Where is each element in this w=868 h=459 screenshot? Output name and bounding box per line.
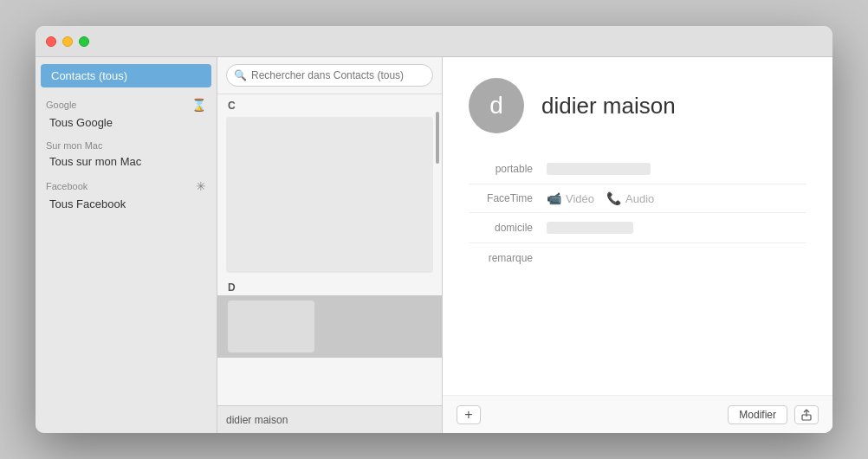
scrollbar-thumb — [436, 112, 439, 164]
contact-item-didier-maison[interactable] — [217, 295, 442, 358]
main-content: Contacts (tous) Google ⌛ Tous Google Sur… — [36, 57, 832, 433]
sidebar-item-tous-google[interactable]: Tous Google — [46, 113, 206, 132]
minimize-button[interactable] — [62, 36, 73, 47]
facetime-video-btn[interactable]: 📹 Vidéo — [547, 191, 594, 205]
add-contact-button[interactable]: + — [457, 405, 481, 424]
scrollbar-track[interactable] — [435, 94, 440, 405]
video-icon: 📹 — [547, 191, 561, 205]
sidebar-group-sur-mon-mac-header: Sur mon Mac — [46, 140, 206, 151]
field-value-portable[interactable] — [547, 163, 806, 175]
close-button[interactable] — [46, 36, 56, 47]
sidebar: Contacts (tous) Google ⌛ Tous Google Sur… — [36, 57, 217, 433]
field-row-remarque: remarque — [469, 243, 806, 273]
facetime-video-label: Vidéo — [566, 192, 594, 205]
field-row-domicile: domicile — [469, 213, 806, 243]
google-sync-icon: ⌛ — [191, 98, 206, 112]
maximize-button[interactable] — [79, 36, 89, 47]
avatar: d — [469, 78, 524, 133]
sidebar-item-tous-sur-mon-mac[interactable]: Tous sur mon Mac — [46, 152, 206, 171]
field-value-domicile[interactable] — [547, 222, 806, 234]
field-label-facetime: FaceTime — [469, 192, 547, 204]
sidebar-group-sur-mon-mac: Sur mon Mac Tous sur mon Mac — [36, 133, 217, 172]
sidebar-group-facebook-label: Facebook — [46, 181, 87, 191]
modifier-button[interactable]: Modifier — [728, 405, 787, 424]
sidebar-group-facebook-header: Facebook ✳ — [46, 179, 206, 193]
facetime-audio-label: Audio — [625, 192, 654, 205]
footer-right-buttons: Modifier — [728, 405, 819, 424]
field-label-domicile: domicile — [469, 222, 547, 234]
detail-body: d didier maison portable FaceTime — [443, 57, 832, 395]
search-icon: 🔍 — [234, 69, 247, 81]
contact-avatar-placeholder — [228, 301, 314, 352]
selected-contact-name: didier maison — [226, 414, 288, 426]
share-button[interactable] — [794, 405, 819, 424]
section-header-d: D — [217, 276, 442, 295]
field-row-portable: portable — [469, 154, 806, 184]
sidebar-item-contacts-tous[interactable]: Contacts (tous) — [41, 64, 211, 87]
sidebar-group-google: Google ⌛ Tous Google — [36, 91, 217, 133]
domicile-value-placeholder — [547, 222, 633, 234]
share-icon — [800, 409, 813, 421]
search-bar-container: 🔍 — [217, 57, 442, 94]
search-bar[interactable]: 🔍 — [226, 64, 433, 87]
sidebar-group-google-label: Google — [46, 100, 76, 110]
facetime-buttons: 📹 Vidéo 📞 Audio — [547, 191, 654, 205]
facetime-audio-btn[interactable]: 📞 Audio — [606, 191, 654, 205]
traffic-lights — [46, 36, 89, 47]
sidebar-group-google-header: Google ⌛ — [46, 98, 206, 112]
field-label-remarque: remarque — [469, 252, 547, 264]
detail-footer: + Modifier — [443, 395, 832, 433]
contact-list: 🔍 C D didier ma — [217, 57, 443, 433]
contact-card-c-placeholder — [226, 117, 433, 273]
sidebar-group-facebook: Facebook ✳ Tous Facebook — [36, 172, 217, 215]
contact-name: didier maison — [541, 93, 676, 120]
contact-list-footer: didier maison — [217, 405, 442, 433]
phone-icon: 📞 — [606, 191, 621, 205]
contact-header: d didier maison — [469, 78, 806, 133]
contact-list-body: C D — [217, 94, 442, 405]
field-row-facetime: FaceTime 📹 Vidéo 📞 Audio — [469, 184, 806, 213]
search-input[interactable] — [251, 69, 425, 81]
detail-pane: d didier maison portable FaceTime — [443, 57, 832, 433]
facebook-sync-icon: ✳ — [196, 179, 206, 193]
titlebar — [36, 26, 832, 57]
contact-fields: portable FaceTime 📹 Vidéo — [469, 154, 806, 273]
sidebar-item-tous-facebook[interactable]: Tous Facebook — [46, 195, 206, 213]
sidebar-group-sur-mon-mac-label: Sur mon Mac — [46, 140, 102, 151]
field-label-portable: portable — [469, 163, 547, 175]
app-window: Contacts (tous) Google ⌛ Tous Google Sur… — [36, 26, 832, 433]
section-header-c: C — [217, 94, 442, 113]
portable-value-placeholder — [547, 163, 651, 175]
